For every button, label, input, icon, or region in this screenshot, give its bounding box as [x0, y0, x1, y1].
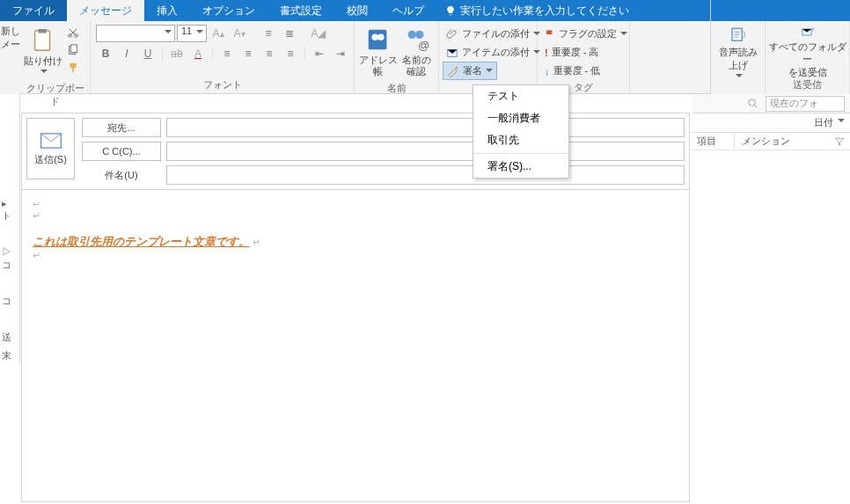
svg-rect-5: [70, 45, 77, 53]
read-aloud-icon: [727, 25, 750, 44]
bold-button[interactable]: B: [96, 45, 115, 62]
justify-button[interactable]: ≡: [281, 45, 300, 62]
tab-message[interactable]: メッセージ: [67, 0, 144, 21]
nav-item-5[interactable]: 末: [0, 347, 19, 365]
align-center-button[interactable]: ≡: [238, 45, 258, 62]
check-names-label: 名前の 確認: [402, 55, 431, 77]
tab-options[interactable]: オプション: [190, 0, 267, 21]
flag-button[interactable]: フラグの設定: [541, 25, 631, 43]
italic-button[interactable]: I: [117, 45, 136, 62]
svg-point-7: [371, 33, 378, 40]
nav-item-2[interactable]: ▷ コ: [0, 243, 19, 274]
send-button[interactable]: 送信(S): [26, 118, 75, 179]
format-painter-button[interactable]: [64, 60, 82, 76]
bullets-button[interactable]: ≡: [259, 25, 278, 42]
importance-low-button[interactable]: ↓ 重要度 - 低: [541, 62, 604, 80]
send-label: 送信(S): [34, 153, 67, 166]
font-size-select[interactable]: 11: [177, 25, 207, 42]
svg-rect-6: [368, 30, 386, 50]
address-book-button[interactable]: アドレス帳: [358, 23, 398, 81]
left-truncated-group: 新し メー: [0, 21, 20, 94]
shrink-font-button[interactable]: A▾: [230, 25, 249, 42]
col-mention[interactable]: メンション: [734, 135, 790, 148]
nav-item-1[interactable]: ▸ ト: [0, 195, 19, 225]
return-mark: ↵: [33, 250, 678, 261]
compose-header: 送信(S) 宛先... C C(C)... 件名(U): [21, 113, 690, 190]
tab-help[interactable]: ヘルプ: [380, 0, 436, 21]
clear-format-button[interactable]: A◢: [309, 25, 328, 42]
filter-icon[interactable]: [834, 136, 845, 147]
scissors-icon: [67, 26, 79, 39]
grow-font-button[interactable]: A▴: [209, 25, 228, 42]
tab-format[interactable]: 書式設定: [267, 0, 334, 21]
lightbulb-icon: [445, 5, 456, 16]
return-mark: ↵: [33, 199, 678, 210]
font-color-button[interactable]: A: [188, 45, 208, 62]
signature-label: 署名: [463, 64, 482, 77]
sig-item-consumer[interactable]: 一般消費者: [473, 107, 568, 129]
importance-high-button[interactable]: ! 重要度 - 高: [541, 43, 602, 62]
sig-item-test[interactable]: テスト: [473, 85, 568, 107]
search-input[interactable]: 現在のフォ: [766, 96, 845, 112]
dropdown-icon: [620, 32, 627, 39]
group-label-names: 名前: [358, 81, 435, 97]
to-input[interactable]: [166, 118, 685, 137]
align-right-button[interactable]: ≡: [260, 45, 279, 62]
tell-me-label: 実行したい作業を入力してください: [460, 4, 629, 18]
template-text: これは取引先用のテンプレート文章です。: [33, 235, 250, 248]
address-book-icon: [365, 26, 392, 53]
paste-button[interactable]: 貼り付け: [24, 23, 62, 81]
address-book-label: アドレス帳: [358, 55, 398, 77]
sig-item-business[interactable]: 取引先: [473, 129, 568, 151]
cc-input[interactable]: [166, 142, 685, 161]
subject-input[interactable]: [166, 165, 685, 185]
send-receive-button[interactable]: すべてのフォルダー を送受信 送受信: [766, 21, 850, 94]
group-label-clipboard: クリップボード: [24, 81, 86, 110]
strike-button[interactable]: ab: [167, 45, 187, 62]
attach-file-label: ファイルの添付: [462, 27, 530, 40]
attach-file-button[interactable]: ファイルの添付: [443, 25, 544, 43]
to-button[interactable]: 宛先...: [82, 118, 161, 137]
signature-menu: テスト 一般消費者 取引先 署名(S)...: [473, 84, 569, 179]
cc-button[interactable]: C C(C)...: [82, 142, 161, 161]
trunc-l2: メー: [1, 38, 20, 51]
paperclip-icon: [446, 28, 458, 40]
copy-icon: [67, 44, 79, 56]
svg-point-9: [408, 31, 416, 39]
cut-button[interactable]: [64, 25, 82, 40]
group-attach: ファイルの添付 アイテムの添付 署名: [439, 21, 538, 93]
tab-review[interactable]: 校閲: [334, 0, 380, 21]
check-names-button[interactable]: @ 名前の 確認: [398, 23, 435, 81]
sort-date[interactable]: 日付: [814, 116, 845, 129]
copy-button[interactable]: [64, 42, 82, 58]
importance-high-label: 重要度 - 高: [552, 46, 599, 59]
col-item[interactable]: 項目: [697, 135, 716, 148]
font-name-select[interactable]: [96, 25, 175, 42]
indent-right-button[interactable]: ⇥: [331, 45, 350, 62]
dropdown-icon: [486, 69, 493, 76]
underline-button[interactable]: U: [138, 45, 158, 62]
align-left-button[interactable]: ≡: [217, 45, 237, 62]
tab-file[interactable]: ファイル: [0, 0, 67, 21]
message-body[interactable]: ↵ ↵ これは取引先用のテンプレート文章です。 ↵ ↵: [21, 190, 690, 502]
group-label-sendrecv: 送受信: [793, 78, 822, 94]
search-icon: [748, 99, 758, 109]
signature-icon: [447, 65, 459, 77]
group-font: 11 A▴ A▾ ≡ ≣ A◢ B I U ab A ≡ ≡ ≡ ≡: [91, 21, 355, 93]
sig-item-manage[interactable]: 署名(S)...: [473, 156, 568, 178]
signature-button[interactable]: 署名: [443, 62, 497, 80]
attach-item-button[interactable]: アイテムの添付: [443, 43, 544, 62]
numbering-button[interactable]: ≣: [280, 25, 299, 42]
trunc-l1: 新し: [1, 25, 20, 38]
group-label-font: フォント: [94, 77, 350, 93]
menu-separator: [473, 153, 568, 154]
svg-point-15: [749, 99, 756, 106]
indent-left-button[interactable]: ⇤: [310, 45, 329, 62]
svg-point-8: [377, 33, 385, 40]
flag-label: フラグの設定: [559, 27, 617, 40]
read-aloud-button[interactable]: 音声読み 上げ: [711, 21, 766, 94]
nav-item-3[interactable]: コ: [0, 292, 19, 310]
nav-item-4[interactable]: 送: [0, 328, 19, 347]
tell-me[interactable]: 実行したい作業を入力してください: [436, 0, 638, 21]
tab-insert[interactable]: 挿入: [144, 0, 190, 21]
